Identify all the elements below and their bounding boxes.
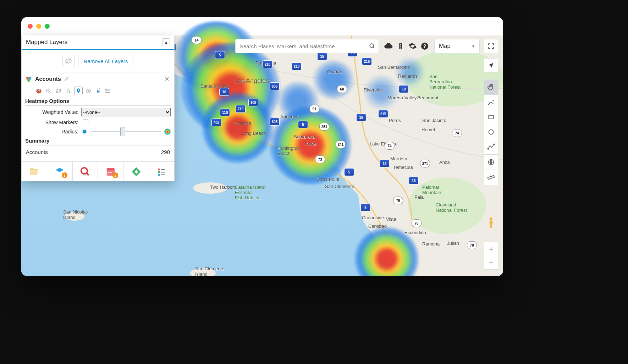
window-zoom-dot[interactable] xyxy=(45,24,50,29)
search-icon[interactable] xyxy=(366,43,379,49)
tab-routes[interactable] xyxy=(123,162,149,181)
radius-label: Radius: xyxy=(62,129,78,134)
rectangle-icon[interactable] xyxy=(484,110,498,125)
map-place-label: Dana Point xyxy=(316,177,339,182)
svg-rect-13 xyxy=(489,115,493,119)
map-place-label: ClevelandNational Forest xyxy=(436,202,467,213)
svg-rect-20 xyxy=(490,221,493,225)
radius-slider[interactable] xyxy=(91,131,161,132)
toggle-visibility-icon[interactable] xyxy=(34,87,43,95)
svg-point-19 xyxy=(490,217,493,221)
pan-hand-icon[interactable] xyxy=(484,80,498,95)
help-icon[interactable]: ? xyxy=(419,41,430,51)
map-type-label: Map xyxy=(439,43,451,50)
globe-icon[interactable] xyxy=(484,155,498,170)
map-place-label: Long Beach xyxy=(241,131,266,136)
gear-icon[interactable] xyxy=(407,41,418,51)
window-minimize-dot[interactable] xyxy=(36,24,41,29)
state-route-shield-icon: 78 xyxy=(467,241,477,249)
summary-header: Summary xyxy=(25,138,171,145)
tab-legend[interactable] xyxy=(149,162,174,181)
weighted-value-select[interactable]: --None-- xyxy=(81,108,171,116)
interstate-shield-icon: 110 xyxy=(220,109,230,116)
window-close-dot[interactable] xyxy=(28,24,33,29)
chevron-down-icon: ▼ xyxy=(472,44,475,48)
map-place-label: San Jacinto xyxy=(422,118,446,123)
map-place-label: San NicolasIsland xyxy=(63,209,88,220)
viewport: PasadenaLos AngelesSanta MonicaTorranceL… xyxy=(21,35,503,276)
svg-rect-47 xyxy=(158,174,160,176)
tab-schedule[interactable]: 2 xyxy=(98,162,123,181)
state-route-shield-icon: 76 xyxy=(393,197,403,204)
svg-point-38 xyxy=(106,92,106,93)
refresh-icon[interactable] xyxy=(54,87,63,95)
close-layer-icon[interactable]: × xyxy=(165,75,171,83)
layers-badge: 1 xyxy=(62,172,67,178)
ruler-icon[interactable] xyxy=(484,170,498,185)
zoom-in-button[interactable]: + xyxy=(484,242,498,256)
svg-point-37 xyxy=(106,90,106,91)
interstate-shield-icon: 5 xyxy=(298,121,308,128)
map-place-label: Ontario xyxy=(327,69,342,75)
traffic-icon[interactable] xyxy=(395,41,406,51)
layer-color-icon xyxy=(25,76,32,83)
hide-all-icon[interactable] xyxy=(62,55,75,67)
target-icon[interactable] xyxy=(84,87,93,95)
mac-titlebar xyxy=(21,17,503,35)
tab-layers[interactable]: 1 xyxy=(47,162,73,181)
search-box[interactable] xyxy=(235,39,379,53)
interstate-shield-icon: 10 xyxy=(399,85,409,93)
state-route-shield-icon: 371 xyxy=(420,160,430,167)
map-place-label: San Clemente xyxy=(325,184,354,189)
cloud-icon[interactable] xyxy=(383,41,394,51)
show-markers-checkbox[interactable] xyxy=(83,120,88,125)
app-window: PasadenaLos AngelesSanta MonicaTorranceL… xyxy=(21,17,503,276)
interstate-shield-icon: 605 xyxy=(270,82,280,90)
remove-all-layers-button[interactable]: Remove All Layers xyxy=(78,55,133,67)
interstate-shield-icon: 5 xyxy=(215,51,225,59)
edit-layer-icon[interactable] xyxy=(64,76,69,83)
state-route-shield-icon: 74 xyxy=(385,142,395,150)
freehand-icon[interactable] xyxy=(484,95,498,110)
polyline-icon[interactable] xyxy=(484,139,498,154)
map-place-label: Anza xyxy=(439,160,450,165)
pegman-icon[interactable] xyxy=(484,216,498,230)
svg-rect-18 xyxy=(487,175,494,179)
circle-icon[interactable] xyxy=(484,125,498,139)
tab-folders[interactable] xyxy=(22,162,47,181)
svg-point-16 xyxy=(494,144,495,145)
hash-icon[interactable]: # xyxy=(94,87,103,95)
tab-search[interactable] xyxy=(73,162,98,181)
marker-pin-icon[interactable] xyxy=(74,87,83,95)
svg-point-15 xyxy=(487,148,489,149)
map-place-label: SanBernardinoNational Forest xyxy=(429,74,461,90)
interstate-shield-icon: 15 xyxy=(356,114,366,121)
search-input[interactable] xyxy=(236,43,366,49)
map-place-label: Beaumont xyxy=(417,95,438,100)
list-icon[interactable] xyxy=(104,87,112,95)
svg-rect-46 xyxy=(158,171,160,173)
svg-text:?: ? xyxy=(423,43,426,49)
interstate-shield-icon: 710 xyxy=(236,105,246,113)
map-place-label: HuntingtonBeach xyxy=(277,145,300,156)
zoom-to-icon[interactable] xyxy=(44,87,53,95)
interstate-shield-icon: 105 xyxy=(248,99,258,106)
state-route-shield-icon: 261 xyxy=(319,123,329,131)
svg-rect-22 xyxy=(491,224,492,228)
locate-me-button[interactable] xyxy=(484,58,498,72)
zoom-out-button[interactable]: − xyxy=(484,256,498,269)
svg-line-29 xyxy=(49,92,51,93)
map-type-selector[interactable]: Map ▼ xyxy=(434,39,480,53)
svg-point-27 xyxy=(38,90,40,92)
fullscreen-button[interactable] xyxy=(484,39,498,53)
panel-title: Mapped Layers xyxy=(26,39,67,46)
label-a-icon[interactable]: A xyxy=(64,87,73,95)
svg-rect-50 xyxy=(161,174,165,175)
layer-section: Accounts × A # xyxy=(22,72,174,162)
map-place-label: Moreno Valley xyxy=(387,95,417,100)
drawing-toolbar xyxy=(484,79,498,185)
remove-all-label: Remove All Layers xyxy=(83,58,128,64)
map-place-label: Irvine xyxy=(305,141,316,147)
collapse-panel-icon[interactable]: ▴ xyxy=(162,38,170,46)
map-place-label: Hemet xyxy=(422,127,435,132)
